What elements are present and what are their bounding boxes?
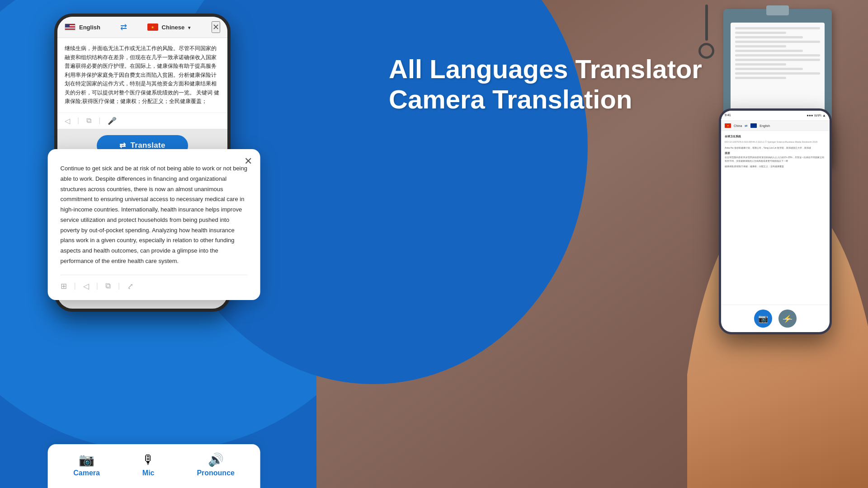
camera-icon: 📷 [79,452,94,467]
en-flag-small [750,123,757,128]
abstract-text: 在全球范围内患有16岁至25岁的患有某些疾病的人占人口的15~25%，尽管这一比… [725,155,826,163]
chinese-flag: ★ [147,23,158,31]
right-phone-screen: 9:41 ●●● WiFi ▲ ★ China ⇄ English [721,111,830,332]
camera-label: Camera [73,469,100,477]
clipboard-clip [766,5,789,15]
phone-document-content: 全球卫生系统 DOI 10.1007978-3-319-00544-2 2221… [721,131,830,305]
app-title-line1: All Languages Translator [389,54,702,84]
popup-share-icon[interactable]: ⤤ [127,282,133,291]
lang-to-label: Chinese ▼ [162,24,192,31]
audio-icon[interactable]: ◁ [65,117,70,125]
swap-icon[interactable]: ⇄ [120,22,127,32]
close-button[interactable]: ✕ [212,21,220,33]
signal-icons: ●●● WiFi ▲ [807,113,826,117]
mic-icon[interactable]: 🎤 [108,117,117,125]
phone-status-bar: 9:41 ●●● WiFi ▲ [721,111,830,121]
popup-copy-icon[interactable]: ⧉ [105,282,111,291]
popup-close-button[interactable]: ✕ [244,155,252,167]
phone-camera-button[interactable]: 📷 [754,310,772,328]
doc-author: Anita Ha 洛杉矶健康计划，有限公司，Yong Loo Lin 医学院，新… [725,146,826,150]
translated-chinese-text: 继续生病，并面临无法工作或无法工作的风险。尽管不同国家的融资和组织结构存在差异，… [57,38,227,113]
popup-actions: ⊞ | ◁ | ⧉ | ⤤ [61,275,248,291]
phone-lang-from: China [734,124,742,127]
phone-camera-controls: 📷 ⚡ [721,305,830,332]
nav-mic[interactable]: 🎙 Mic [142,452,155,477]
doc-title: 全球卫生系统 [725,135,826,139]
bottom-nav: 📷 Camera 🎙 Mic 🔊 Pronounce [48,444,260,488]
popup-english-text: Continue to get sick and be at risk of n… [61,164,248,267]
keywords: 健康保险;获得医疗保健；健康权；分配正义；全民健康覆盖 [725,164,826,168]
phone-time: 9:41 [725,113,731,117]
popup-expand-icon[interactable]: ⊞ [61,282,67,291]
translation-popup: ✕ Continue to get sick and be at risk of… [48,149,260,300]
phone-lang-to: English [760,124,770,127]
popup-audio-icon[interactable]: ◁ [83,282,89,291]
lang-to-pair: ★ Chinese ▼ [147,23,192,31]
main-wrapper: English ⇄ ★ Chinese ▼ ✕ [0,0,868,488]
nav-camera[interactable]: 📷 Camera [73,452,100,477]
mic-label: Mic [142,469,155,477]
language-bar: English ⇄ ★ Chinese ▼ ✕ [57,17,227,38]
phone-lang-row: ★ China ⇄ English [721,121,830,131]
english-flag [65,23,75,31]
lang-pair: English [65,23,100,31]
phone-flash-button[interactable]: ⚡ [778,310,797,328]
copy-icon[interactable]: ⧉ [86,117,91,125]
right-phone-mockup: 9:41 ●●● WiFi ▲ ★ China ⇄ English [719,108,832,334]
mic-nav-icon: 🎙 [142,452,155,467]
zh-flag-small: ★ [725,123,731,128]
phone-swap-icon: ⇄ [745,124,748,128]
lang-from-label: English [79,24,100,31]
phone-in-hand: 9:41 ●●● WiFi ▲ ★ China ⇄ English [651,81,868,488]
pronounce-label: Pronounce [197,469,235,477]
doc-meta: DOI 10.1007978-3-319-00544-2 2221-1 © Sp… [725,141,826,143]
right-panel: All Languages Translator Camera Translat… [316,0,868,488]
content-area: English ⇄ ★ Chinese ▼ ✕ [0,0,868,488]
icon-row: ◁ | ⧉ | 🎤 [57,113,227,129]
nav-pronounce[interactable]: 🔊 Pronounce [197,452,235,477]
abstract-label: 摘要 [725,151,826,155]
pronounce-icon: 🔊 [208,452,224,467]
